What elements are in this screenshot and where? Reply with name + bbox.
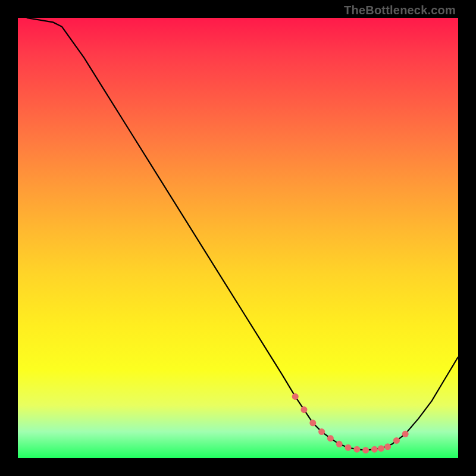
plot-area bbox=[18, 18, 458, 458]
marker-dot bbox=[292, 393, 299, 400]
marker-dot bbox=[345, 444, 352, 451]
marker-dot bbox=[384, 443, 391, 450]
marker-dot bbox=[336, 441, 343, 447]
marker-dot bbox=[402, 431, 409, 437]
watermark-text: TheBottleneck.com bbox=[344, 4, 456, 17]
marker-dot bbox=[327, 435, 334, 441]
chart-frame: TheBottleneck.com bbox=[0, 0, 476, 476]
marker-dot bbox=[353, 446, 360, 453]
marker-dot bbox=[318, 428, 325, 435]
marker-dot bbox=[393, 437, 400, 444]
chart-svg bbox=[18, 18, 458, 458]
bottleneck-curve bbox=[27, 18, 458, 450]
marker-dot bbox=[301, 406, 308, 413]
marker-dot bbox=[378, 445, 384, 452]
marker-dot bbox=[362, 447, 369, 453]
marker-dot bbox=[309, 419, 316, 426]
marker-dot bbox=[371, 446, 378, 453]
